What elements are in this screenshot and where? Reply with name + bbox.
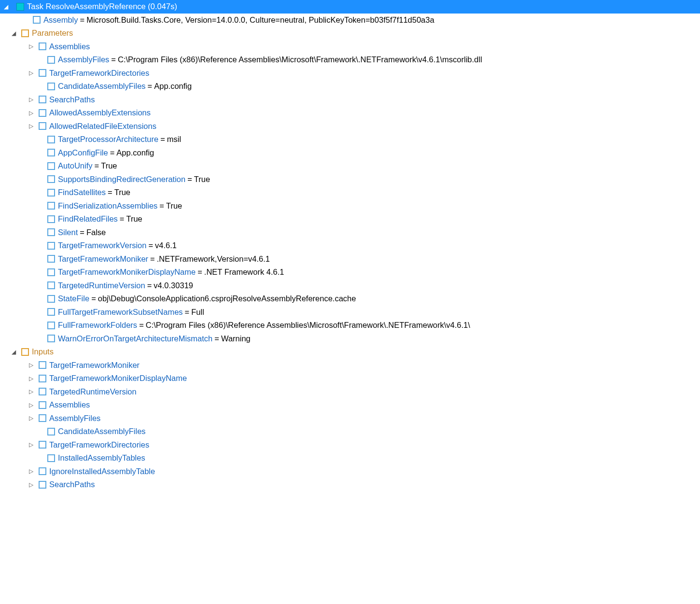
tree-item-param-allowedassemblyextensions[interactable]: ▷ AllowedAssemblyExtensions: [0, 106, 700, 120]
property-key: FindSerializationAssemblies: [58, 201, 157, 211]
tree-item-param-fullframeworkfolders[interactable]: FullFrameworkFolders = C:\Program Files …: [0, 319, 700, 332]
expander-icon[interactable]: ▷: [27, 481, 35, 488]
property-icon: [47, 215, 55, 223]
tree-item-param-findserializationassemblies[interactable]: FindSerializationAssemblies = True: [0, 199, 700, 213]
property-key: CandidateAssemblyFiles: [58, 427, 146, 436]
property-icon: [47, 335, 55, 342]
expander-icon[interactable]: ▷: [27, 402, 35, 408]
tree-item-param-targetframeworkversion[interactable]: TargetFrameworkVersion = v4.6.1: [0, 239, 700, 253]
property-icon: [47, 189, 55, 197]
property-value: Full: [191, 308, 204, 317]
property-value: C:\Program Files (x86)\Reference Assembl…: [146, 321, 470, 330]
tree-item-param-fulltargetframeworksubsetnames[interactable]: FullTargetFrameworkSubsetNames = Full: [0, 306, 700, 319]
tree-item-param-assemblies[interactable]: ▷ Assemblies: [0, 40, 700, 54]
property-value: v4.0.30319: [154, 281, 193, 290]
property-value: True: [194, 175, 210, 184]
tree-item-input-assemblyfiles[interactable]: ▷ AssemblyFiles: [0, 412, 700, 425]
expander-icon[interactable]: ▷: [27, 96, 35, 103]
tree-item-param-allowedrelatedfileextensions[interactable]: ▷ AllowedRelatedFileExtensions: [0, 120, 700, 133]
tree-item-parameters-folder[interactable]: ◢ Parameters: [0, 27, 700, 40]
property-key: IgnoreInstalledAssemblyTable: [49, 467, 155, 476]
expander-icon[interactable]: ◢: [2, 3, 10, 10]
property-key: AllowedRelatedFileExtensions: [49, 122, 156, 131]
tree-item-param-findsatellites[interactable]: FindSatellites = True: [0, 186, 700, 199]
tree-item-param-candidateassemblyfiles[interactable]: CandidateAssemblyFiles = App.config: [0, 80, 700, 93]
property-value: .NETFramework,Version=v4.6.1: [157, 254, 270, 264]
task-icon: [16, 3, 24, 11]
expander-icon[interactable]: ▷: [27, 70, 35, 76]
tree-item-input-ignoreinstalledassemblytable[interactable]: ▷ IgnoreInstalledAssemblyTable: [0, 465, 700, 478]
property-icon: [39, 69, 46, 77]
tree-item-inputs-folder[interactable]: ◢ Inputs: [0, 345, 700, 359]
property-key: AssemblyFiles: [58, 55, 109, 64]
equals-sign: =: [78, 228, 86, 237]
expander-icon[interactable]: ▷: [27, 110, 35, 116]
tree-item-task-root[interactable]: ◢ Task ResolveAssemblyReference (0.047s): [0, 0, 700, 14]
tree-item-param-targetedruntimeversion[interactable]: TargetedRuntimeVersion = v4.0.30319: [0, 279, 700, 293]
tree-item-input-targetframeworkmonikerdisplayname[interactable]: ▷ TargetFrameworkMonikerDisplayName: [0, 372, 700, 385]
property-value: msil: [167, 135, 181, 144]
tree-item-param-autounify[interactable]: AutoUnify = True: [0, 159, 700, 173]
expander-icon[interactable]: ◢: [10, 30, 17, 37]
property-icon: [47, 56, 55, 64]
tree-item-input-assemblies[interactable]: ▷ Assemblies: [0, 398, 700, 412]
expander-icon[interactable]: ▷: [27, 441, 35, 448]
tree-item-param-silent[interactable]: Silent = False: [0, 226, 700, 239]
tree-item-param-targetframeworkmoniker[interactable]: TargetFrameworkMoniker = .NETFramework,V…: [0, 253, 700, 266]
property-key: TargetFrameworkVersion: [58, 241, 146, 250]
expander-icon[interactable]: ▷: [27, 415, 35, 421]
tree-item-param-searchpaths[interactable]: ▷ SearchPaths: [0, 93, 700, 107]
tree-item-param-assemblyfiles[interactable]: AssemblyFiles = C:\Program Files (x86)\R…: [0, 53, 700, 67]
property-key: TargetFrameworkMonikerDisplayName: [58, 267, 196, 277]
property-icon: [47, 175, 55, 183]
tree-item-input-searchpaths[interactable]: ▷ SearchPaths: [0, 478, 700, 492]
equals-sign: =: [196, 267, 204, 277]
equals-sign: =: [93, 161, 101, 170]
tree-item-input-candidateassemblyfiles[interactable]: CandidateAssemblyFiles: [0, 425, 700, 438]
property-key: TargetedRuntimeVersion: [49, 387, 137, 396]
tree-item-input-targetedruntimeversion[interactable]: ▷ TargetedRuntimeVersion: [0, 385, 700, 399]
tree-item-assembly[interactable]: Assembly = Microsoft.Build.Tasks.Core, V…: [0, 14, 700, 27]
equals-sign: =: [212, 334, 221, 343]
folder-label: Parameters: [32, 28, 73, 38]
folder-icon: [21, 348, 29, 356]
tree-item-input-targetframeworkmoniker[interactable]: ▷ TargetFrameworkMoniker: [0, 359, 700, 372]
expander-icon[interactable]: ▷: [27, 375, 35, 382]
property-icon: [39, 441, 46, 449]
tree-item-input-targetframeworkdirectories[interactable]: ▷ TargetFrameworkDirectories: [0, 438, 700, 452]
expander-icon[interactable]: ◢: [10, 349, 17, 355]
property-value: True: [166, 201, 182, 211]
tree-item-param-targetframeworkdirectories[interactable]: ▷ TargetFrameworkDirectories: [0, 67, 700, 80]
property-icon: [39, 467, 46, 475]
property-icon: [39, 375, 46, 382]
property-icon: [47, 295, 55, 303]
property-value: App.config: [154, 82, 192, 91]
tree-item-param-appconfigfile[interactable]: AppConfigFile = App.config: [0, 146, 700, 160]
property-icon: [39, 42, 46, 50]
property-icon: [39, 109, 46, 117]
equals-sign: =: [109, 55, 118, 64]
property-key: TargetProcessorArchitecture: [58, 135, 158, 144]
expander-icon[interactable]: ▷: [27, 43, 35, 50]
property-icon: [47, 202, 55, 210]
equals-sign: =: [106, 188, 114, 197]
property-icon: [47, 242, 55, 250]
property-key: SupportsBindingRedirectGeneration: [58, 175, 185, 184]
tree-item-param-targetprocessorarchitecture[interactable]: TargetProcessorArchitecture = msil: [0, 133, 700, 146]
tree-item-param-warnorerrorontargetarchitecturemismatch[interactable]: WarnOrErrorOnTargetArchitectureMismatch …: [0, 332, 700, 346]
property-value: Warning: [221, 334, 251, 343]
tree-item-param-findrelatedfiles[interactable]: FindRelatedFiles = True: [0, 212, 700, 226]
expander-icon[interactable]: ▷: [27, 468, 35, 475]
tree-item-param-statefile[interactable]: StateFile = obj\Debug\ConsoleApplication…: [0, 292, 700, 306]
expander-icon[interactable]: ▷: [27, 388, 35, 395]
property-icon: [33, 16, 41, 24]
equals-sign: =: [146, 241, 155, 250]
expander-icon[interactable]: ▷: [27, 362, 35, 368]
property-key: FullTargetFrameworkSubsetNames: [58, 308, 183, 317]
property-icon: [47, 149, 55, 156]
expander-icon[interactable]: ▷: [27, 123, 35, 129]
equals-sign: =: [158, 135, 167, 144]
tree-item-param-targetframeworkmonikerdisplayname[interactable]: TargetFrameworkMonikerDisplayName = .NET…: [0, 266, 700, 279]
tree-item-input-installedassemblytables[interactable]: InstalledAssemblyTables: [0, 451, 700, 465]
tree-item-param-supportsbindingredirectgeneration[interactable]: SupportsBindingRedirectGeneration = True: [0, 173, 700, 186]
